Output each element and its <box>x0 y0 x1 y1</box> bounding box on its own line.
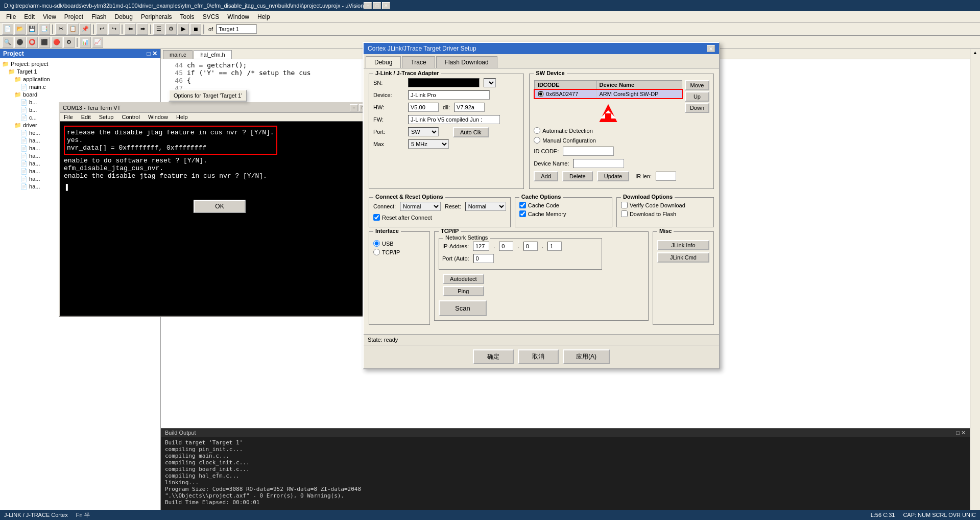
tree-item[interactable]: 📁 board <box>2 91 158 99</box>
ip-2[interactable] <box>499 242 513 251</box>
new-btn[interactable]: 📄 <box>2 23 13 35</box>
term-menu-edit[interactable]: Edit <box>77 113 95 121</box>
tree-item[interactable]: 📁 Project: project <box>2 60 158 68</box>
menu-peripherals[interactable]: Peripherals <box>137 12 176 21</box>
tree-item[interactable]: 📁 application <box>2 76 158 83</box>
dialog-close-button[interactable]: ✕ <box>707 45 715 52</box>
menu-svcs[interactable]: SVCS <box>199 12 224 21</box>
delete-button[interactable]: Delete <box>562 171 593 181</box>
tb5[interactable]: ⚙ <box>165 23 177 35</box>
close-button[interactable]: ✕ <box>382 2 390 9</box>
menu-help[interactable]: Help <box>253 12 274 21</box>
paste-btn[interactable]: 📌 <box>80 23 91 35</box>
tb2-6[interactable]: ⚙ <box>63 37 75 48</box>
max-select[interactable]: 5 MHz <box>408 139 449 149</box>
ir-len-input[interactable] <box>656 172 676 181</box>
tb4[interactable]: ☰ <box>153 23 164 35</box>
sw-device-table: IDCODE Device Name 0x6BA02477 <box>534 80 683 99</box>
apply-dialog-button[interactable]: 应用(A) <box>563 349 610 364</box>
port-tcp-input[interactable] <box>473 254 494 263</box>
undo-btn[interactable]: ↩ <box>96 23 107 35</box>
port-select[interactable]: SWJTAG <box>408 127 439 136</box>
redo-btn[interactable]: ↪ <box>108 23 119 35</box>
menu-debug[interactable]: Debug <box>111 12 137 21</box>
tb7[interactable]: ⏹ <box>190 23 201 35</box>
right-scroll[interactable]: ▲ <box>970 49 980 56</box>
sw-device-btns: Add Delete Update IR len: <box>534 171 683 181</box>
cache-memory-checkbox[interactable] <box>519 210 526 217</box>
maximize-button[interactable]: □ <box>373 2 381 9</box>
reset-select[interactable]: Normal <box>465 202 506 211</box>
term-menu-file[interactable]: File <box>60 113 77 121</box>
sw-device-row[interactable]: 0x6BA02477 ARM CoreSight SW-DP <box>534 89 682 99</box>
minimize-button[interactable]: − <box>364 2 372 9</box>
connect-select[interactable]: Normal <box>400 202 441 211</box>
up-button[interactable]: Up <box>685 91 709 102</box>
down-button[interactable]: Down <box>685 103 709 113</box>
autodetect-button[interactable]: Autodetect <box>443 274 484 284</box>
menu-window[interactable]: Window <box>223 12 253 21</box>
menu-project[interactable]: Project <box>60 12 87 21</box>
sn-select[interactable] <box>484 78 496 87</box>
ok-dialog-button[interactable]: 确定 <box>473 349 514 364</box>
add-button[interactable]: Add <box>534 171 558 181</box>
save-btn[interactable]: 💾 <box>27 23 38 35</box>
menu-tools[interactable]: Tools <box>176 12 199 21</box>
save-all-btn[interactable]: 📑 <box>39 23 50 35</box>
device-name-input[interactable] <box>573 159 624 168</box>
term-menu-control[interactable]: Control <box>117 113 144 121</box>
cache-code-checkbox[interactable] <box>519 202 526 208</box>
tb2-4[interactable]: ⬛ <box>39 37 50 48</box>
tb6[interactable]: ▶ <box>178 23 189 35</box>
hw-input[interactable] <box>408 103 439 112</box>
cut-btn[interactable]: ✂ <box>55 23 66 35</box>
update-button[interactable]: Update <box>597 171 629 181</box>
auto-clk-button[interactable]: Auto Clk <box>453 127 489 137</box>
back-btn[interactable]: ⬅ <box>125 23 136 35</box>
tb2-1[interactable]: 🔍 <box>2 37 13 48</box>
tab-hal-efm-h[interactable]: hal_efm.h <box>194 50 231 59</box>
tab-trace[interactable]: Trace <box>402 56 435 68</box>
dll-input[interactable] <box>454 103 485 112</box>
tb2-3[interactable]: ⭕ <box>27 37 38 48</box>
tb2-8[interactable]: 📈 <box>92 37 103 48</box>
move-button[interactable]: Move <box>685 80 709 90</box>
open-btn[interactable]: 📂 <box>14 23 26 35</box>
fwd-btn[interactable]: ➡ <box>137 23 148 35</box>
device-input[interactable] <box>408 90 490 100</box>
fw-input[interactable] <box>408 115 500 124</box>
download-flash-checkbox[interactable] <box>621 210 628 217</box>
tb2-2[interactable]: ⚫ <box>14 37 26 48</box>
tree-item[interactable]: 📄 main.c <box>2 83 158 91</box>
ping-button[interactable]: Ping <box>443 286 484 296</box>
tab-main-c[interactable]: main.c <box>163 50 193 59</box>
tab-flash-download[interactable]: Flash Download <box>436 56 497 68</box>
menu-flash[interactable]: Flash <box>87 12 110 21</box>
tree-item[interactable]: 📁 Target 1 <box>2 68 158 76</box>
terminal-minimize[interactable]: − <box>350 104 358 111</box>
ok-button[interactable]: OK <box>194 200 245 213</box>
term-menu-setup[interactable]: Setup <box>95 113 118 121</box>
target-input[interactable] <box>216 25 257 34</box>
tb2-7[interactable]: 📊 <box>80 37 91 48</box>
sn-input[interactable] <box>408 78 480 87</box>
ip-4[interactable] <box>547 242 562 251</box>
jlink-info-button[interactable]: JLink Info <box>657 240 709 250</box>
term-menu-help[interactable]: Help <box>172 113 192 121</box>
scan-button[interactable]: Scan <box>439 300 487 316</box>
ip-3[interactable] <box>523 242 538 251</box>
reset-after-checkbox[interactable] <box>373 214 380 221</box>
tb2-5[interactable]: 🔴 <box>51 37 62 48</box>
tab-debug[interactable]: Debug <box>366 56 401 68</box>
ip-1[interactable] <box>473 242 489 251</box>
term-menu-window[interactable]: Window <box>144 113 172 121</box>
jlink-cmd-button[interactable]: JLink Cmd <box>657 252 709 263</box>
menu-file[interactable]: File <box>2 12 20 21</box>
id-code-input[interactable] <box>563 147 614 156</box>
menu-edit[interactable]: Edit <box>20 12 39 21</box>
copy-btn[interactable]: 📋 <box>67 23 79 35</box>
menu-view[interactable]: View <box>39 12 60 21</box>
auto-detect-radio: Automatic Detection <box>534 127 592 134</box>
verify-code-checkbox[interactable] <box>621 202 628 208</box>
cancel-dialog-button[interactable]: 取消 <box>518 349 559 364</box>
